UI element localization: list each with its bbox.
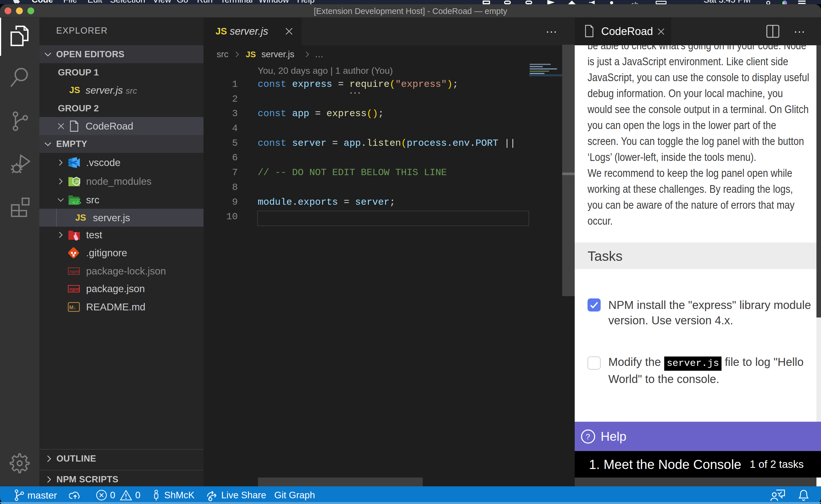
svg-text:JS: JS	[75, 179, 80, 184]
svg-text:</>: </>	[72, 200, 81, 206]
svg-text:M↓: M↓	[69, 305, 76, 310]
svg-text:npm: npm	[69, 286, 79, 292]
svg-text:npm: npm	[69, 269, 79, 274]
svg-text:?: ?	[586, 432, 590, 441]
